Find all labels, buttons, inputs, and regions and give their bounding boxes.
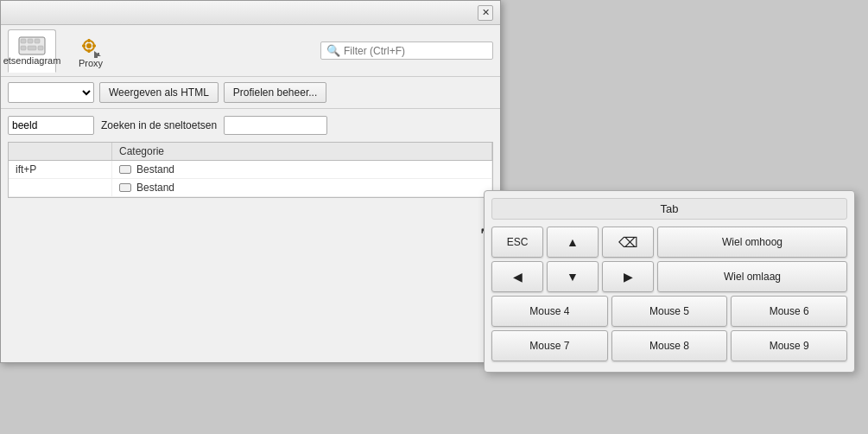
category-dropdown[interactable]	[8, 82, 94, 103]
keys-diagram-tab[interactable]: etsendiagram	[8, 29, 56, 73]
filter-area: 🔍	[320, 41, 493, 60]
mouse9-key[interactable]: Mouse 9	[731, 330, 847, 361]
shortcut-cell	[9, 179, 112, 196]
proxy-button[interactable]: Proxy	[67, 29, 115, 73]
category-cell: Bestand	[112, 161, 492, 178]
svg-point-8	[86, 43, 92, 48]
svg-rect-6	[38, 46, 43, 50]
panel-title: Tab	[491, 198, 847, 220]
mouse6-key[interactable]: Mouse 6	[731, 296, 847, 327]
shortcut-search-input[interactable]	[8, 116, 94, 135]
search-icon: 🔍	[326, 44, 340, 57]
search-row: Zoeken in de sneltoetsen	[8, 116, 493, 135]
filter-input[interactable]	[344, 45, 482, 57]
wiel-omhoog-key[interactable]: Wiel omhoog	[657, 227, 847, 258]
profiles-button[interactable]: Profielen beheer...	[224, 82, 326, 103]
category-value: Bestand	[136, 163, 174, 176]
arrow-up-key[interactable]	[547, 227, 599, 258]
search-input2[interactable]	[224, 116, 327, 135]
shortcut-value: ift+P	[16, 163, 36, 176]
content-area: Zoeken in de sneltoetsen Categorie ift+P…	[1, 109, 500, 205]
shortcuts-table: Categorie ift+P Bestand Bestand	[8, 142, 493, 198]
arrow-left-key[interactable]	[491, 261, 543, 292]
main-dialog: ✕ etsendiagram	[0, 0, 501, 363]
mouse5-key[interactable]: Mouse 5	[611, 296, 728, 327]
svg-rect-2	[28, 39, 33, 43]
key-row-4: Mouse 7 Mouse 8 Mouse 9	[491, 330, 847, 361]
col-shortcut	[9, 143, 112, 160]
svg-rect-1	[21, 39, 26, 43]
mouse4-key[interactable]: Mouse 4	[491, 296, 608, 327]
table-row[interactable]: Bestand	[9, 179, 492, 197]
category-cell: Bestand	[112, 179, 492, 196]
svg-rect-11	[82, 44, 86, 47]
proxy-label: Proxy	[79, 58, 103, 68]
keys-diagram-label: etsendiagram	[3, 55, 61, 66]
table-header: Categorie	[9, 143, 492, 161]
svg-rect-10	[88, 49, 91, 53]
backspace-key[interactable]	[602, 227, 654, 258]
svg-rect-4	[21, 46, 26, 50]
key-row-3: Mouse 4 Mouse 5 Mouse 6	[491, 296, 847, 327]
keyboard-icon	[18, 36, 46, 55]
shortcut-icon	[119, 183, 131, 192]
key-row-2: Wiel omlaag	[491, 261, 847, 292]
html-view-button[interactable]: Weergeven als HTML	[99, 82, 219, 103]
svg-rect-9	[88, 39, 91, 42]
col-category: Categorie	[112, 143, 492, 160]
close-button[interactable]: ✕	[478, 5, 493, 21]
svg-rect-12	[92, 44, 96, 47]
proxy-icon	[77, 34, 105, 58]
mouse8-key[interactable]: Mouse 8	[611, 330, 728, 361]
search-label: Zoeken in de sneltoetsen	[101, 119, 217, 131]
svg-rect-3	[35, 39, 40, 43]
wiel-omlaag-key[interactable]: Wiel omlaag	[657, 261, 847, 292]
shortcut-cell: ift+P	[9, 161, 112, 178]
toolbar-secondary: Weergeven als HTML Profielen beheer...	[1, 77, 500, 109]
category-value: Bestand	[136, 182, 174, 194]
esc-key[interactable]: ESC	[491, 227, 543, 258]
title-bar: ✕	[1, 1, 500, 25]
shortcut-icon	[119, 165, 131, 174]
arrow-right-key[interactable]	[602, 261, 654, 292]
svg-rect-13	[98, 53, 99, 56]
arrow-down-key[interactable]	[547, 261, 599, 292]
keyboard-panel: Tab ESC Wiel omhoog Wiel omlaag Mouse 4 …	[484, 190, 855, 373]
toolbar-main: etsendiagram Proxy 🔍	[1, 25, 500, 77]
key-row-1: ESC Wiel omhoog	[491, 227, 847, 258]
mouse7-key[interactable]: Mouse 7	[491, 330, 608, 361]
svg-rect-5	[28, 46, 36, 50]
table-row[interactable]: ift+P Bestand	[9, 161, 492, 179]
